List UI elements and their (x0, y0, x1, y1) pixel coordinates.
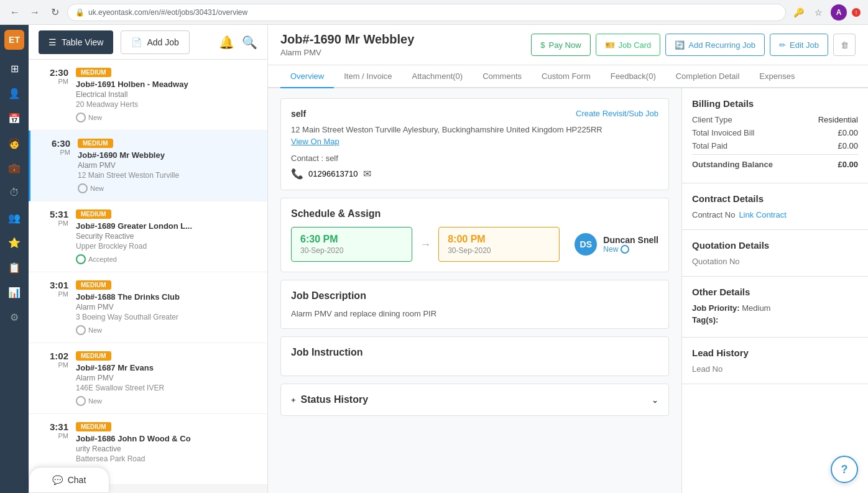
nav-icon-list[interactable]: 📋 (3, 256, 25, 279)
top-bar: ☰ Table View 📄 Add Job 🔔 🔍 (29, 25, 267, 60)
job-priority-value: Medium (742, 303, 770, 313)
refresh-button[interactable]: ↻ (47, 5, 62, 20)
job-card-button[interactable]: 🎫 Job Card (596, 34, 661, 56)
tab-overview[interactable]: Overview (280, 65, 334, 88)
nav-icon-briefcase[interactable]: 💼 (3, 157, 25, 179)
job-description-title: Job Description (291, 290, 658, 302)
assignee-status: New (603, 245, 658, 254)
invoiced-label: Total Invoiced Bill (692, 128, 754, 137)
priority-badge: MEDIUM (76, 68, 111, 77)
job-list-item[interactable]: 1:02 PM MEDIUM Job#-1687 Mr Evans Alarm … (29, 343, 267, 414)
nav-icon-chart[interactable]: 📊 (3, 281, 25, 303)
priority-badge: MEDIUM (76, 351, 111, 361)
job-time: 1:02 PM (37, 351, 68, 369)
bell-icon[interactable]: 🔔 (219, 35, 234, 50)
key-icon[interactable]: 🔑 (791, 5, 806, 20)
nav-icon-calendar[interactable]: 📅 (3, 107, 25, 129)
browser-bar: ← → ↻ 🔒 uk.eyeontask.com/en/#/eot/jobs/3… (0, 0, 868, 25)
job-list-item-active[interactable]: 6:30 PM MEDIUM Job#-1690 Mr Webbley Alar… (29, 131, 267, 201)
forward-button[interactable]: → (27, 5, 42, 20)
job-list-item[interactable]: 5:31 PM MEDIUM Job#-1689 Greater London … (29, 201, 267, 272)
billing-paid-row: Total Paid £0.00 (692, 141, 858, 150)
job-instruction-title: Job Instruction (291, 347, 658, 358)
status-indicator (76, 113, 86, 122)
billing-details-title: Billing Details (692, 98, 858, 109)
star-icon[interactable]: ☆ (811, 5, 826, 20)
nav-icon-star[interactable]: ⭐ (3, 231, 25, 254)
job-list-item[interactable]: 2:30 PM MEDIUM Job#-1691 Holben - Meadwa… (29, 60, 267, 131)
left-nav: ET ⊞ 👤 📅 🧑 💼 ⏱ 👥 ⭐ 📋 📊 ⚙ (0, 25, 29, 493)
create-revisit-link[interactable]: Create Revisit/Sub Job (576, 109, 658, 118)
notification-dot: ! (852, 8, 861, 17)
client-card: self Create Revisit/Sub Job 12 Main Stre… (280, 98, 669, 190)
job-title-heading: Job#-1690 Mr Webbley (280, 32, 414, 47)
job-list-item[interactable]: 3:01 PM MEDIUM Job#-1688 The Drinks Club… (29, 272, 267, 343)
client-row: self Create Revisit/Sub Job (291, 109, 658, 121)
view-on-map-link[interactable]: View On Map (291, 137, 339, 146)
nav-icon-clock[interactable]: ⏱ (3, 182, 25, 204)
contract-details-section: Contract Details Contract No Link Contra… (682, 183, 868, 230)
job-list: 2:30 PM MEDIUM Job#-1691 Holben - Meadwa… (29, 60, 268, 485)
add-job-button[interactable]: 📄 Add Job (121, 30, 189, 54)
refresh-icon: 🔄 (675, 40, 685, 50)
end-time: 8:00 PM (448, 234, 550, 245)
tab-item-invoice[interactable]: Item / Invoice (334, 65, 402, 88)
tab-feedback[interactable]: Feedback(0) (601, 65, 666, 88)
dollar-icon: $ (540, 40, 545, 50)
user-avatar[interactable]: A (831, 4, 847, 21)
edit-job-button[interactable]: ✏ Edit Job (770, 34, 828, 56)
assignee-avatar: DS (575, 233, 597, 256)
url-bar[interactable]: 🔒 uk.eyeontask.com/en/#/eot/jobs/30431/o… (67, 4, 786, 21)
link-contract-button[interactable]: Link Contract (739, 210, 787, 219)
add-recurring-button[interactable]: 🔄 Add Recurring Job (665, 34, 765, 56)
other-details-title: Other Details (692, 287, 858, 297)
status-indicator (76, 396, 86, 406)
job-info: MEDIUM Job#-1689 Greater London L... Sec… (76, 209, 259, 264)
url-text: uk.eyeontask.com/en/#/eot/jobs/30431/ove… (88, 8, 247, 17)
status-history-toggle[interactable]: + Status History ⌄ (291, 394, 658, 405)
delete-button[interactable]: 🗑 (833, 34, 856, 56)
outstanding-value: £0.00 (838, 160, 858, 169)
job-info: MEDIUM Job#-1690 Mr Webbley Alarm PMV 12… (78, 138, 259, 193)
nav-icon-grid[interactable]: ⊞ (3, 57, 25, 80)
end-date: 30-Sep-2020 (448, 246, 550, 255)
back-button[interactable]: ← (7, 5, 22, 20)
tab-attachment[interactable]: Attachment(0) (402, 65, 473, 88)
job-info: MEDIUM Job#-1688 The Drinks Club Alarm P… (76, 280, 259, 335)
job-info: MEDIUM Job#-1691 Holben - Meadway Electr… (76, 67, 259, 122)
chat-button[interactable]: 💬 Chat (29, 467, 109, 493)
nav-icon-users[interactable]: 👥 (3, 206, 25, 229)
schedule-start: 6:30 PM 30-Sep-2020 (291, 227, 412, 262)
assignee-details: Duncan Snell New (603, 235, 658, 254)
card-icon: 🎫 (605, 40, 615, 50)
nav-icon-settings[interactable]: ⚙ (3, 306, 25, 328)
plus-expand-icon: + (291, 395, 296, 405)
detail-body: self Create Revisit/Sub Job 12 Main Stre… (268, 88, 868, 493)
client-address: 12 Main Street Weston Turville Aylesbury… (291, 125, 658, 134)
nav-icon-user2[interactable]: 🧑 (3, 132, 25, 154)
job-description-card: Job Description Alarm PMV and replace di… (280, 280, 669, 329)
search-icon[interactable]: 🔍 (242, 35, 257, 50)
outstanding-label: Outstanding Balance (692, 160, 773, 169)
quotation-details-title: Quotation Details (692, 240, 858, 251)
left-panel: ☰ Table View 📄 Add Job 🔔 🔍 2:30 PM (29, 25, 268, 493)
contract-no-row: Contract No Link Contract (692, 210, 858, 219)
pay-now-button[interactable]: $ Pay Now (531, 34, 590, 56)
edit-icon: ✏ (779, 40, 786, 50)
nav-icon-person[interactable]: 👤 (3, 82, 25, 104)
lock-icon: 🔒 (75, 8, 85, 17)
table-view-button[interactable]: ☰ Table View (39, 30, 113, 54)
job-description-text: Alarm PMV and replace dining room PIR (291, 309, 658, 318)
tab-custom-form[interactable]: Custom Form (532, 65, 601, 88)
priority-badge: MEDIUM (76, 422, 111, 431)
tab-completion[interactable]: Completion Detail (666, 65, 750, 88)
app-logo[interactable]: ET (4, 30, 24, 50)
schedule-end: 8:00 PM 30-Sep-2020 (438, 227, 560, 262)
help-button[interactable]: ? (831, 456, 858, 483)
status-history-title: Status History (301, 394, 368, 405)
email-icon[interactable]: ✉ (363, 168, 371, 180)
detail-tabs: Overview Item / Invoice Attachment(0) Co… (268, 65, 868, 88)
tab-comments[interactable]: Comments (473, 65, 532, 88)
tags-row: Tag(s): (692, 315, 858, 325)
tab-expenses[interactable]: Expenses (749, 65, 805, 88)
